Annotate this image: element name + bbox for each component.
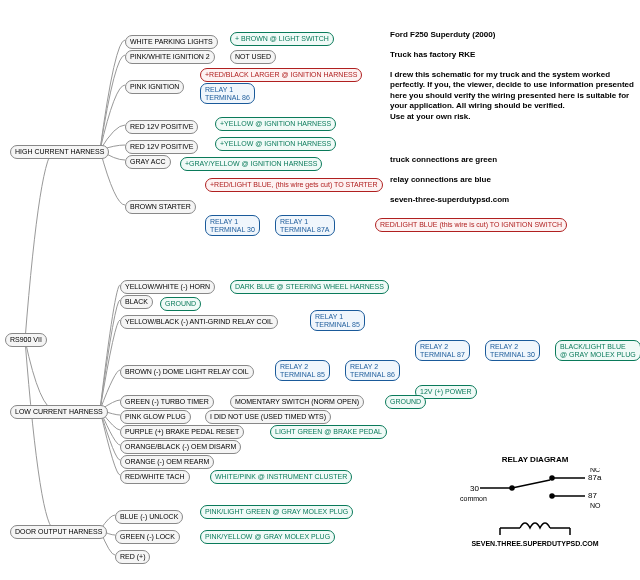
relay-diagram: RELAY DIAGRAM 30common 87aNC 87NO 8685 S… xyxy=(450,455,620,555)
lc-dome-r1: RELAY 2 TERMINAL 85 xyxy=(275,360,330,381)
lc-turbo: GREEN (-) TURBO TIMER xyxy=(120,395,214,409)
info-line2: truck connections are green xyxy=(390,155,497,165)
svg-text:87: 87 xyxy=(588,491,597,500)
svg-text:NC: NC xyxy=(590,468,600,473)
lc-r2-target: BLACK/LIGHT BLUE @ GRAY MOLEX PLUG xyxy=(555,340,640,361)
lc-turbo-target: MOMENTARY SWITCH (NORM OPEN) xyxy=(230,395,364,409)
hc-red12v-1-target: +YELLOW @ IGNITION HARNESS xyxy=(215,117,336,131)
info-line1: Truck has factory RKE xyxy=(390,50,630,60)
lc-black: BLACK xyxy=(120,295,153,309)
hc-gray-acc-target: +GRAY/YELLOW @ IGNITION HARNESS xyxy=(180,157,322,171)
hc-red12v-2: RED 12V POSITIVE xyxy=(125,140,198,154)
lc-dome-r2: RELAY 2 TERMINAL 86 xyxy=(345,360,400,381)
svg-text:85: 85 xyxy=(565,536,574,538)
hc-brown-starter-red1: +RED/LIGHT BLUE, (this wire gets cut) TO… xyxy=(205,178,383,192)
hc-brown-starter-r1: RELAY 1 TERMINAL 30 xyxy=(205,215,260,236)
lc-horn-target: DARK BLUE @ STEERING WHEEL HARNESS xyxy=(230,280,389,294)
lc-glow-target: I DID NOT USE (USED TIMED WTS) xyxy=(205,410,331,424)
hc-red12v-2-target: +YELLOW @ IGNITION HARNESS xyxy=(215,137,336,151)
lc-rearm: ORANGE (-) OEM REARM xyxy=(120,455,214,469)
info-line4: seven-three-superdutypsd.com xyxy=(390,195,509,205)
svg-point-3 xyxy=(550,476,554,480)
hc-white-parking: WHITE PARKING LIGHTS xyxy=(125,35,218,49)
do-red: RED (+) xyxy=(115,550,150,564)
svg-text:86: 86 xyxy=(495,536,504,538)
do-unlock-target: PINK/LIGHT GREEN @ GRAY MOLEX PLUG xyxy=(200,505,353,519)
do-unlock: BLUE (-) UNLOCK xyxy=(115,510,183,524)
lc-horn: YELLOW/WHITE (-) HORN xyxy=(120,280,215,294)
hc-brown-starter: BROWN STARTER xyxy=(125,200,196,214)
do-lock-target: PINK/YELLOW @ GRAY MOLEX PLUG xyxy=(200,530,335,544)
lc-glow: PINK GLOW PLUG xyxy=(120,410,191,424)
low-current-label: LOW CURRENT HARNESS xyxy=(10,405,108,419)
relay-url: SEVEN.THREE.SUPERDUTYPSD.COM xyxy=(450,540,620,547)
hc-pink-ignition-relay: RELAY 1 TERMINAL 86 xyxy=(200,83,255,104)
door-output-label: DOOR OUTPUT HARNESS xyxy=(10,525,107,539)
hc-pink-ignition-red: +RED/BLACK LARGER @ IGNITION HARNESS xyxy=(200,68,362,82)
lc-disarm: ORANGE/BLACK (-) OEM DISARM xyxy=(120,440,241,454)
hc-brown-starter-r2: RELAY 1 TERMINAL 87A xyxy=(275,215,335,236)
hc-pink-white-ign2: PINK/WHITE IGNITION 2 xyxy=(125,50,215,64)
info-body: I drew this schematic for my truck and t… xyxy=(390,70,635,122)
hc-gray-acc: GRAY ACC xyxy=(125,155,171,169)
do-lock: GREEN (-) LOCK xyxy=(115,530,180,544)
lc-tach: RED/WHITE TACH xyxy=(120,470,190,484)
lc-tach-target: WHITE/PINK @ INSTRUMENT CLUSTER xyxy=(210,470,352,484)
hc-brown-starter-red2: RED/LIGHT BLUE (this wire is cut) TO IGN… xyxy=(375,218,567,232)
lc-brake-target: LIGHT GREEN @ BRAKE PEDAL xyxy=(270,425,387,439)
info-title: Ford F250 Superduty (2000) xyxy=(390,30,630,40)
hc-pink-ignition: PINK IGNITION xyxy=(125,80,184,94)
svg-point-5 xyxy=(550,494,554,498)
svg-line-2 xyxy=(512,480,550,488)
root-node: RS900 VII xyxy=(5,333,47,347)
lc-r2-87: RELAY 2 TERMINAL 87 xyxy=(415,340,470,361)
lc-antigrind: YELLOW/BLACK (-) ANTI-GRIND RELAY COIL xyxy=(120,315,278,329)
lc-dome: BROWN (-) DOME LIGHT RELAY COIL xyxy=(120,365,254,379)
svg-text:30: 30 xyxy=(470,484,479,493)
lc-antigrind-relay: RELAY 1 TERMINAL 85 xyxy=(310,310,365,331)
high-current-label: HIGH CURRENT HARNESS xyxy=(10,145,109,159)
hc-red12v-1: RED 12V POSITIVE xyxy=(125,120,198,134)
lc-black-target: GROUND xyxy=(160,297,201,311)
svg-text:87a: 87a xyxy=(588,473,602,482)
relay-svg: 30common 87aNC 87NO 8685 xyxy=(450,468,620,538)
relay-title: RELAY DIAGRAM xyxy=(450,455,620,464)
hc-pink-white-ign2-target: NOT USED xyxy=(230,50,276,64)
lc-brake: PURPLE (+) BRAKE PEDAL RESET xyxy=(120,425,244,439)
info-line3: relay connections are blue xyxy=(390,175,491,185)
svg-text:common: common xyxy=(460,495,487,502)
svg-text:NO: NO xyxy=(590,502,601,509)
hc-white-parking-target: + BROWN @ LIGHT SWITCH xyxy=(230,32,334,46)
lc-r2-30: RELAY 2 TERMINAL 30 xyxy=(485,340,540,361)
lc-turbo-ground: GROUND xyxy=(385,395,426,409)
